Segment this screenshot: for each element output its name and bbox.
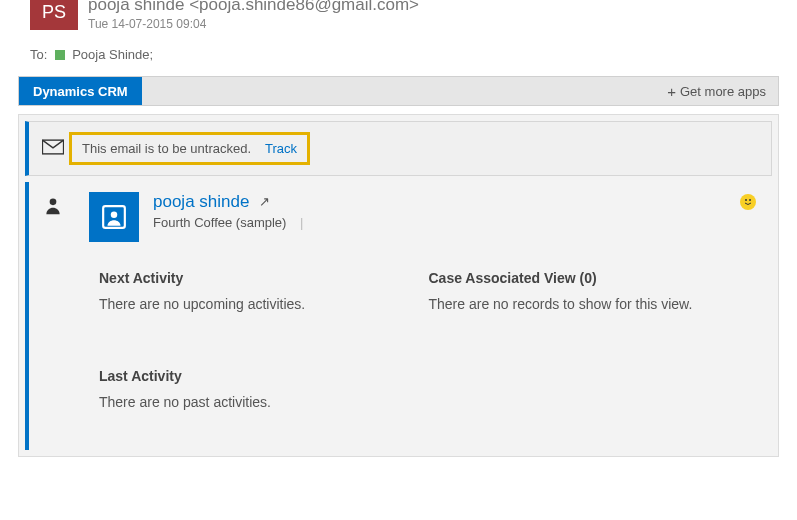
last-activity-title: Last Activity [99, 368, 758, 384]
tab-dynamics-crm[interactable]: Dynamics CRM [19, 77, 142, 105]
divider: | [300, 215, 303, 230]
case-view-title: Case Associated View (0) [429, 270, 739, 286]
svg-point-1 [745, 199, 747, 201]
sender-display: pooja shinde <pooja.shinde86@gmail.com> [88, 0, 419, 13]
case-view-body: There are no records to show for this vi… [429, 296, 739, 312]
plus-icon: + [667, 83, 676, 100]
next-activity-body: There are no upcoming activities. [99, 296, 409, 312]
tracking-highlight: This email is to be untracked. Track [69, 132, 310, 165]
smiley-icon[interactable] [740, 194, 756, 210]
svg-point-5 [111, 212, 118, 219]
get-more-apps-button[interactable]: + Get more apps [667, 77, 778, 105]
contact-tile-icon [89, 192, 139, 242]
tracking-message-text: This email is to be untracked. [82, 141, 251, 156]
svg-point-2 [749, 199, 751, 201]
contact-card: pooja shinde ↗ Fourth Coffee (sample) | … [25, 182, 772, 450]
track-link[interactable]: Track [265, 141, 297, 156]
last-activity-body: There are no past activities. [99, 394, 758, 410]
mail-icon [37, 139, 69, 158]
svg-point-3 [50, 199, 57, 206]
app-tabbar: Dynamics CRM + Get more apps [18, 76, 779, 106]
person-icon [43, 192, 69, 219]
tracking-message-bar: This email is to be untracked. Track [25, 121, 772, 176]
sender-initials: PS [42, 2, 66, 23]
popout-icon[interactable]: ↗ [259, 194, 270, 209]
sender-avatar: PS [30, 0, 78, 30]
to-label: To: [30, 47, 47, 62]
get-more-apps-label: Get more apps [680, 84, 766, 99]
to-recipients: Pooja Shinde; [72, 47, 153, 62]
presence-icon [55, 50, 65, 60]
contact-company: Fourth Coffee (sample) [153, 215, 286, 230]
next-activity-title: Next Activity [99, 270, 409, 286]
email-timestamp: Tue 14-07-2015 09:04 [88, 17, 419, 31]
contact-name[interactable]: pooja shinde [153, 192, 249, 211]
tab-label: Dynamics CRM [33, 84, 128, 99]
